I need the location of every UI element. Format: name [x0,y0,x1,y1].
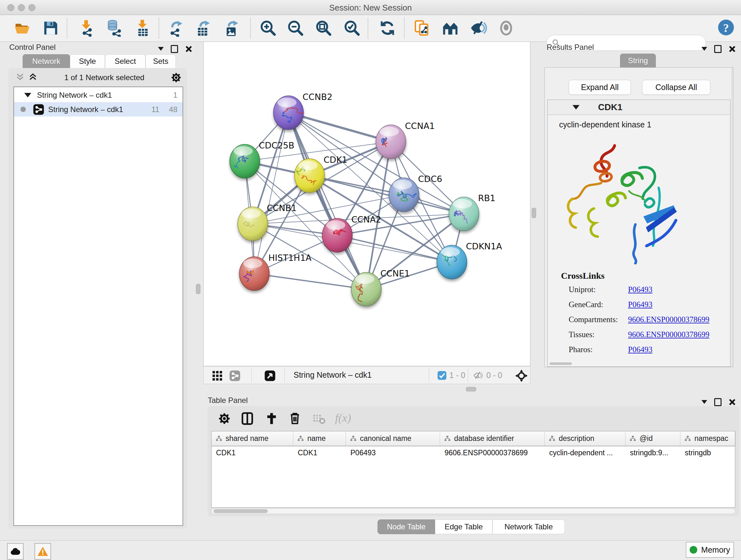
selected-checkbox-icon[interactable] [437,371,447,380]
node-CDKN1A[interactable]: CDKN1A [437,241,502,279]
birds-eye-view-icon[interactable] [264,370,276,381]
column-header--id[interactable]: @id [625,431,680,446]
column-header-database-identifier[interactable]: database identifier [440,431,545,446]
grid-view-icon[interactable] [212,370,223,381]
panel-menu-icon[interactable] [701,400,707,404]
import-network-database-icon[interactable] [105,19,123,37]
tab-style[interactable]: Style [70,54,105,68]
table-cell[interactable]: P06493 [346,446,440,460]
tab-sets[interactable]: Sets [145,54,176,68]
results-tab-string[interactable]: String [620,54,656,68]
crosslink-link[interactable]: 9606.ENSP00000378699 [628,330,710,339]
column-header-name[interactable]: name [293,431,346,446]
collapse-all-networks-icon[interactable] [15,73,25,82]
open-file-icon[interactable] [13,19,30,37]
table-options-gear-icon[interactable] [218,412,231,425]
table-cell[interactable]: stringdb [680,446,736,460]
crosslink-link[interactable]: P06493 [628,345,652,354]
node-CCNA1[interactable]: CCNA1 [376,121,435,159]
warning-status-button[interactable] [35,543,51,560]
network-canvas[interactable]: CCNB2CCNA1CDC25BCDK1CDC6RB1CCNB1CCNA2CDK… [203,42,530,366]
import-network-file-icon[interactable] [78,19,95,37]
tab-network-table[interactable]: Network Table [492,519,565,534]
show-column-icon[interactable] [240,411,255,426]
zoom-fit-icon[interactable] [315,19,332,37]
tab-select[interactable]: Select [105,54,145,68]
node-table[interactable]: shared namenamecanonical namedatabase id… [211,431,735,508]
expand-all-networks-icon[interactable] [27,73,38,82]
panel-menu-icon[interactable] [701,47,707,51]
node-CDC25B[interactable]: CDC25B [230,140,294,178]
section-hscroll-thumb[interactable] [549,362,572,365]
crosslink-link[interactable]: P06493 [628,285,652,294]
tab-node-table[interactable]: Node Table [378,519,435,534]
zoom-selected-icon[interactable] [343,19,360,37]
memory-button[interactable]: Memory [686,542,734,558]
panel-float-icon[interactable] [171,45,178,53]
network-row[interactable]: String Network – cdk1 11 48 [14,102,183,117]
save-session-icon[interactable] [42,19,59,37]
node-CDK1[interactable]: CDK1 [294,155,347,192]
edge-CCNB2-CCNE1[interactable] [288,113,366,289]
hide-selected-icon[interactable] [470,19,487,37]
column-header-description[interactable]: description [545,431,625,446]
import-table-file-icon[interactable] [134,19,151,37]
expand-all-button[interactable]: Expand All [569,80,631,95]
export-image-icon[interactable] [223,19,240,37]
node-CCNB2[interactable]: CCNB2 [273,92,333,130]
edge-CCNB2-CCNA1[interactable] [288,113,391,142]
collapse-all-button[interactable]: Collapse All [642,80,711,95]
zoom-out-icon[interactable] [287,19,304,37]
panel-float-icon[interactable] [714,398,722,406]
export-network-icon[interactable] [167,19,185,37]
node-label-CCNA1: CCNA1 [405,121,435,131]
table-cell[interactable]: CDK1 [293,446,346,460]
gene-section-header[interactable]: CDK1 [548,100,730,115]
help-icon[interactable]: ? [718,19,735,36]
table-cell[interactable]: 9606.ENSP00000378699 [440,446,545,460]
table-cell[interactable]: CDK1 [212,446,293,460]
tab-network[interactable]: Network [23,54,70,68]
table-cell[interactable]: stringdb:9... [625,446,680,460]
node-CCNE1[interactable]: CCNE1 [351,268,410,306]
horizontal-splitter-handle[interactable] [466,387,476,391]
scrollbar-thumb[interactable] [213,509,268,513]
tab-edge-table[interactable]: Edge Table [435,519,492,534]
edge-CCNB2-HIST1H1A[interactable] [254,113,288,273]
edge-CCNA2-CDKN1A[interactable] [337,235,452,262]
new-network-from-selection-icon[interactable] [413,19,430,37]
panel-menu-icon[interactable] [158,47,164,51]
refresh-layout-icon[interactable] [379,19,396,37]
collection-count: 1 [173,91,178,100]
node-RB1[interactable]: RB1 [449,193,495,231]
collection-expand-icon[interactable] [24,93,31,98]
panel-close-icon[interactable] [185,46,192,52]
network-options-gear-icon[interactable] [171,72,182,83]
network-collection-row[interactable]: String Network – cdk1 1 [14,88,183,102]
first-neighbors-icon[interactable] [442,19,459,37]
section-collapse-icon[interactable] [572,105,580,110]
export-table-icon[interactable] [195,19,212,37]
column-header-shared-name[interactable]: shared name [212,431,293,446]
crosslink-link[interactable]: P06493 [628,300,652,309]
table-cell[interactable]: cyclin-dependent ... [545,446,625,460]
show-all-icon[interactable] [497,19,515,37]
network-graph[interactable]: CCNB2CCNA1CDC25BCDK1CDC6RB1CCNB1CCNA2CDK… [204,42,530,366]
panel-float-icon[interactable] [714,45,722,53]
table-horizontal-scrollbar[interactable] [211,508,735,514]
zoom-in-icon[interactable] [259,19,277,37]
column-header-canonical-name[interactable]: canonical name [346,431,440,446]
node-HIST1H1A[interactable]: HIST1H1A [239,253,312,291]
delete-column-icon[interactable] [288,411,302,425]
left-splitter-handle[interactable] [196,284,200,294]
crosslink-link[interactable]: 9606.ENSP00000378699 [628,315,710,324]
create-column-icon[interactable] [264,411,279,426]
right-splitter-handle[interactable] [532,208,536,218]
pan-mode-icon[interactable] [515,369,528,382]
panel-close-icon[interactable] [729,46,735,52]
panel-close-icon[interactable] [729,399,735,405]
column-header-namespac[interactable]: namespac [680,431,736,446]
cloud-status-button[interactable] [7,543,23,560]
edge-HIST1H1A-CCNE1[interactable] [254,273,366,289]
network-view-icon[interactable] [229,370,241,381]
